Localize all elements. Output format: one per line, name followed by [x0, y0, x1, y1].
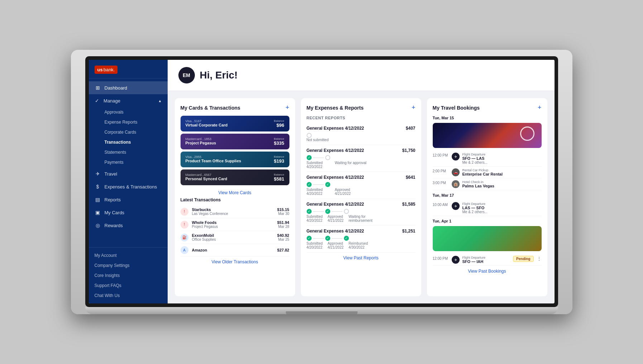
view-more-cards-link[interactable]: View More Cards	[181, 188, 289, 197]
bank-card-0[interactable]: Visa...5167 Virtual Corporate Card Balan…	[181, 116, 289, 131]
flight-las-sfo-type: Flight Departure	[462, 202, 542, 206]
expenses-widget-add-button[interactable]: +	[412, 104, 416, 111]
amazon-icon: A	[181, 246, 188, 254]
bank-card-1[interactable]: Mastercard...1853 Project Pegasus Balanc…	[181, 134, 289, 149]
sidebar-item-travel[interactable]: ✈ Travel	[89, 167, 168, 180]
flight-las-sfo-sub: Me & 2 others...	[462, 210, 542, 214]
expenses-widget-header: My Expenses & Reports +	[307, 104, 416, 111]
report-1-dot-1	[325, 155, 330, 160]
sidebar-item-dashboard-label: Dashboard	[105, 85, 128, 91]
amazon-amount: $27.82	[277, 248, 289, 252]
usbank-logo: us bank.	[95, 66, 118, 74]
sidebar-support-faqs[interactable]: Support FAQs	[89, 281, 168, 291]
report-3-name: General Expenses 4/12/2022	[307, 202, 364, 207]
sidebar-company-settings[interactable]: Company Settings	[89, 260, 168, 270]
report-2-dot-1: ✓	[325, 182, 330, 187]
hotel-route: Palms Las Vegas	[462, 184, 542, 188]
cards-stack: Visa...5167 Virtual Corporate Card Balan…	[181, 116, 289, 185]
starbucks-date: Mar 30	[277, 212, 289, 216]
view-past-bookings-link[interactable]: View Past Bookings	[433, 266, 542, 274]
travel-section-0-date: Tue, Mar 15	[433, 116, 542, 120]
rewards-icon: ◎	[95, 222, 101, 228]
exxon-sub: Office Supplies	[192, 238, 274, 241]
report-2-date-1: Approved4/21/2022	[335, 188, 351, 196]
bank-card-2[interactable]: Visa...2955 Product Team Office Supplies…	[181, 152, 289, 167]
flight-sfo-iah-type: Flight Departure	[462, 256, 510, 259]
sidebar-sub-payments[interactable]: Payments	[89, 157, 168, 167]
expenses-widget: My Expenses & Reports + Recent Reports G…	[301, 98, 421, 296]
sidebar-item-reports-label: Reports	[105, 197, 121, 202]
card-1-name: Project Pegasus	[186, 141, 216, 145]
sidebar-item-manage[interactable]: ✓ Manage ▲	[89, 94, 168, 107]
exxon-icon: ⛽	[181, 234, 188, 241]
exxon-amount: $40.92	[277, 233, 289, 238]
report-2-date-0: Submitted4/20/2022	[307, 188, 323, 196]
report-1-date-0: Submitted4/20/2022	[307, 161, 323, 169]
travel-hotel: 3:00 PM 🏨 Hotel Check-in Palms Las Vegas	[433, 178, 542, 190]
report-1-amount: $1,750	[402, 148, 416, 153]
view-older-transactions-link[interactable]: View Older Transactions	[181, 257, 289, 264]
rental-car-icon: 🚗	[452, 168, 460, 176]
flight-sfo-iah-time: 12:00 PM	[433, 256, 449, 260]
avatar: EM	[178, 67, 195, 83]
flight-sfo-las-type: Flight Departure	[462, 153, 542, 156]
sidebar-item-expenses[interactable]: $ Expenses & Transactions	[89, 180, 168, 193]
sidebar-sub-statements[interactable]: Statements	[89, 147, 168, 157]
logo-area: us bank.	[89, 60, 168, 78]
starbucks-icon: !	[181, 208, 188, 216]
travel-section-2-date: Tue, Apr 1	[433, 219, 542, 223]
report-1-name: General Expenses 4/12/2022	[307, 148, 364, 153]
travel-widget-add-button[interactable]: +	[538, 104, 542, 111]
sidebar-item-dashboard[interactable]: ⊞ Dashboard	[89, 81, 168, 94]
sidebar-sub-approvals[interactable]: Approvals	[89, 107, 168, 117]
sidebar-chat-with-us[interactable]: Chat With Us	[89, 291, 168, 301]
expenses-icon: $	[95, 184, 101, 190]
card-1-balance-label: Balance	[274, 137, 284, 140]
wholefoods-name: Whole Foods	[192, 220, 274, 225]
more-options-icon[interactable]: ⋮	[537, 256, 542, 262]
card-3-balance: $581	[274, 176, 284, 182]
pending-badge: Pending	[513, 256, 533, 262]
travel-icon: ✈	[95, 171, 101, 177]
sidebar-sub-expense-reports[interactable]: Expense Reports	[89, 117, 168, 127]
sidebar-sub-transactions[interactable]: Transactions	[89, 137, 168, 147]
view-past-reports-link[interactable]: View Past Reports	[307, 253, 416, 260]
card-0-name: Virtual Corporate Card	[186, 123, 228, 127]
report-3-amount: $1,585	[402, 202, 416, 207]
transaction-starbucks: ! Starbucks Las Vegas Conference $15.15 …	[181, 205, 289, 218]
travel-rental-car: 2:00 PM 🚗 Rental Car Pickup Enterprise C…	[433, 167, 542, 178]
rental-car-type: Rental Car Pickup	[462, 168, 542, 172]
sidebar-my-account[interactable]: My Account	[89, 250, 168, 260]
sidebar-nav: ⊞ Dashboard ✓ Manage ▲ Approvals	[89, 78, 168, 247]
report-4-dot-0: ✓	[307, 236, 312, 241]
header: EM Hi, Eric!	[168, 60, 555, 91]
my-cards-icon: ▣	[95, 210, 101, 215]
card-2-balance-label: Balance	[274, 155, 284, 158]
flight-las-sfo-time: 10:00 AM	[433, 202, 449, 207]
sidebar-sub-corporate-cards[interactable]: Corporate Cards	[89, 127, 168, 137]
transaction-amazon: A Amazon $27.82	[181, 244, 289, 257]
logo-us-text: us	[97, 67, 103, 72]
sidebar-item-rewards[interactable]: ◎ Rewards	[89, 219, 168, 232]
sidebar-bottom: My Account Company Settings Core Insight…	[89, 247, 168, 303]
card-3-balance-label: Balance	[274, 173, 284, 176]
sidebar-core-insights[interactable]: Core Insights	[89, 270, 168, 281]
rental-car-route: Enterprise Car Rental	[462, 172, 542, 176]
card-2-balance: $193	[274, 158, 284, 164]
sidebar-item-reports[interactable]: ▤ Reports	[89, 193, 168, 206]
travel-widget-header: My Travel Bookings +	[433, 104, 542, 111]
bank-card-3[interactable]: Mastercard...6567 Personal Synced Card B…	[181, 169, 289, 185]
report-0-dot-0	[307, 133, 312, 138]
travel-flight-sfo-las: 12:00 PM ✈ Flight Departure SFO — LAS Me…	[433, 151, 542, 167]
manage-subnav: Approvals Expense Reports Corporate Card…	[89, 107, 168, 167]
card-1-balance: $335	[274, 140, 284, 146]
latest-transactions-title: Latest Transactions	[181, 197, 289, 202]
sidebar-item-my-cards[interactable]: ▣ My Cards	[89, 206, 168, 219]
logo-bank-text: bank.	[104, 67, 115, 72]
card-2-name: Product Team Office Supplies	[186, 159, 241, 163]
sidebar-item-rewards-label: Rewards	[105, 223, 123, 228]
report-4-date-1: Approved4/21/2022	[328, 241, 344, 249]
cards-widget-add-button[interactable]: +	[285, 104, 289, 111]
wholefoods-icon: !	[181, 221, 188, 229]
ferris-wheel-icon	[520, 126, 534, 141]
